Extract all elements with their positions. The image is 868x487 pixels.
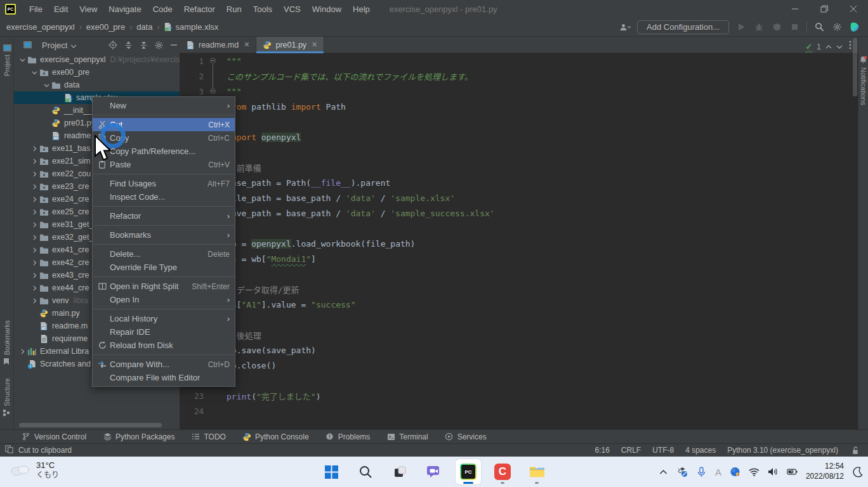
next-problem-icon[interactable]: [836, 42, 843, 51]
add-configuration-button[interactable]: Add Configuration...: [637, 20, 729, 34]
chevron-right-icon[interactable]: [30, 271, 39, 280]
status-item[interactable]: 4 spaces: [685, 446, 716, 455]
battery-icon[interactable]: [787, 467, 798, 477]
tool-strip-button-notifications[interactable]: Notifications: [859, 53, 868, 105]
menu-run[interactable]: Run: [221, 2, 247, 16]
expand-all-icon[interactable]: [122, 39, 134, 51]
tree-item-data[interactable]: data: [14, 79, 180, 91]
chevron-right-icon[interactable]: [30, 258, 39, 267]
stop-icon[interactable]: [789, 22, 800, 33]
menu-help[interactable]: Help: [347, 2, 376, 16]
breadcrumb-item[interactable]: exercise_openpyxl: [6, 22, 75, 32]
settings-gear-icon[interactable]: [831, 22, 843, 33]
menu-item-inspect-code-[interactable]: Inspect Code...: [93, 190, 235, 204]
taskbar-app-taskview[interactable]: [387, 459, 412, 484]
tree-item-exercise-openpyxl[interactable]: exercise_openpyxlD:¥projects¥exercise_op: [14, 53, 180, 66]
breadcrumb-item[interactable]: exe00_pre: [86, 22, 125, 32]
breadcrumb-item[interactable]: ?sample.xlsx: [164, 22, 218, 32]
menu-item-override-file-type[interactable]: Override File Type: [93, 261, 235, 274]
volume-icon[interactable]: [768, 467, 779, 477]
close-icon[interactable]: [839, 0, 868, 18]
taskbar-app-camtasia[interactable]: C: [490, 459, 515, 484]
fold-marker[interactable]: [210, 58, 216, 63]
status-item[interactable]: CRLF: [621, 446, 641, 455]
menu-file[interactable]: File: [23, 2, 48, 16]
user-icon[interactable]: [619, 22, 631, 33]
chevron-down-icon[interactable]: [30, 68, 39, 77]
app-sphere-icon[interactable]: [730, 467, 740, 477]
menu-refactor[interactable]: Refactor: [178, 2, 221, 16]
panel-settings-icon[interactable]: [153, 39, 164, 51]
toolwindow-terminal[interactable]: Terminal: [386, 432, 428, 441]
search-icon[interactable]: [813, 22, 825, 33]
restore-icon[interactable]: [810, 0, 839, 18]
tree-item-exe00-pre[interactable]: exe00_pre: [14, 66, 180, 79]
gradient-play-icon[interactable]: [849, 22, 860, 33]
moon-icon[interactable]: [852, 467, 863, 477]
weather-widget[interactable]: 31°C くもり: [9, 460, 59, 480]
tray-chevron-icon[interactable]: [658, 467, 669, 477]
inspections-widget[interactable]: ✓ 1: [805, 42, 843, 51]
menu-item-compare-with-[interactable]: Compare With...Ctrl+D: [93, 358, 235, 371]
toolwindow-todo[interactable]: TODO: [191, 432, 225, 441]
menu-window[interactable]: Window: [306, 2, 347, 16]
collapse-all-icon[interactable]: [138, 39, 149, 51]
run-icon[interactable]: [735, 22, 747, 33]
taskbar-clock[interactable]: 12:54 2022/08/12: [806, 462, 844, 481]
status-item[interactable]: UTF-8: [652, 446, 674, 455]
horizontal-scrollbar[interactable]: [19, 423, 162, 427]
project-view-label[interactable]: Project: [42, 41, 67, 50]
chevron-right-icon[interactable]: [30, 169, 39, 178]
taskbar-app-chat[interactable]: [421, 459, 447, 484]
breadcrumb-item[interactable]: data: [136, 22, 152, 32]
taskbar-app-explorer[interactable]: [524, 459, 549, 484]
menu-item-compare-file-with-editor[interactable]: Compare File with Editor: [93, 371, 235, 384]
chevron-right-icon[interactable]: [30, 157, 39, 166]
toolwindow-python-console[interactable]: Python Console: [242, 432, 309, 441]
taskbar-app-searchwin[interactable]: [353, 459, 378, 484]
menu-item-reload-from-disk[interactable]: Reload from Disk: [93, 339, 235, 352]
prev-problem-icon[interactable]: [825, 42, 832, 51]
chevron-right-icon[interactable]: [30, 182, 39, 191]
menu-tools[interactable]: Tools: [247, 2, 278, 16]
chevron-right-icon[interactable]: [30, 207, 39, 216]
chevron-right-icon[interactable]: [30, 245, 39, 254]
menu-item-bookmarks[interactable]: Bookmarks›: [93, 228, 235, 242]
menu-item-repair-ide[interactable]: Repair IDE: [93, 325, 235, 339]
tab-close-icon[interactable]: ✕: [244, 41, 249, 49]
menu-item-find-usages[interactable]: Find UsagesAlt+F7: [93, 177, 235, 190]
menu-item-open-in[interactable]: Open In›: [93, 293, 235, 306]
tab-pre01-py[interactable]: pre01.py✕: [256, 37, 324, 53]
editor-scrollbar[interactable]: [853, 38, 857, 96]
menu-view[interactable]: View: [74, 2, 103, 16]
ime-indicator[interactable]: A: [715, 467, 721, 477]
menu-item-delete-[interactable]: Delete...Delete: [93, 247, 235, 261]
taskbar-app-start[interactable]: [319, 459, 344, 484]
debug-icon[interactable]: [753, 22, 765, 33]
chevron-right-icon[interactable]: [30, 144, 39, 153]
locate-file-icon[interactable]: [107, 39, 119, 51]
menu-item-new[interactable]: New›: [93, 99, 235, 112]
status-item[interactable]: Python 3.10 (exercise_openpyxl): [727, 446, 838, 455]
fold-marker[interactable]: [210, 88, 216, 94]
menu-edit[interactable]: Edit: [48, 2, 74, 16]
tool-strip-button-project[interactable]: Project: [3, 41, 11, 76]
menu-item-local-history[interactable]: Local History›: [93, 312, 235, 325]
tab-close-icon[interactable]: ✕: [312, 41, 317, 49]
chevron-right-icon[interactable]: [30, 233, 39, 242]
toolwindow-problems[interactable]: Problems: [326, 432, 371, 441]
dropbox-icon[interactable]: [677, 467, 688, 477]
tab-readme-md[interactable]: MDreadme.md✕: [180, 37, 256, 53]
toolwindow-services[interactable]: Services: [445, 432, 487, 441]
chevron-down-icon[interactable]: [18, 55, 27, 64]
status-item[interactable]: 6:16: [595, 446, 609, 455]
menu-item-open-in-right-split[interactable]: Open in Right SplitShift+Enter: [93, 280, 235, 293]
taskbar-app-pycharm[interactable]: PC: [456, 459, 481, 484]
chevron-right-icon[interactable]: [30, 195, 39, 204]
minimize-icon[interactable]: [780, 0, 810, 18]
chevron-down-icon[interactable]: [71, 41, 76, 50]
tool-strip-button-bookmarks[interactable]: Bookmarks: [3, 320, 11, 369]
toolwindow-version-control[interactable]: Version Control: [22, 432, 86, 441]
menu-code[interactable]: Code: [147, 2, 178, 16]
code-area[interactable]: 1"""2このサンプルコード集では、以下の流れでファイルを処理します。3"""4…: [180, 53, 858, 419]
